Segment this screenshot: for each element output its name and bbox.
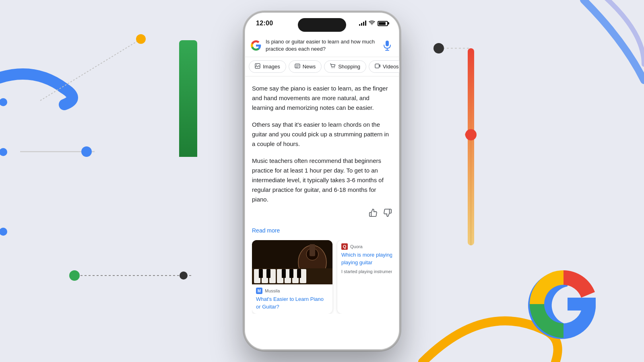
card-1-title: What's Easier to Learn Piano or Guitar? bbox=[256, 296, 328, 310]
svg-point-21 bbox=[256, 65, 257, 66]
shopping-tab-label: Shopping bbox=[338, 64, 360, 70]
card-1-source: M Mussila bbox=[256, 288, 328, 294]
thumbs-down-button[interactable] bbox=[383, 208, 392, 219]
videos-tab-icon bbox=[375, 63, 380, 70]
news-tab-label: News bbox=[303, 64, 316, 70]
search-query-text: Is piano or guitar easier to learn and h… bbox=[266, 38, 377, 53]
battery-icon bbox=[378, 21, 388, 26]
svg-rect-17 bbox=[386, 41, 389, 46]
card-2-source-name: Quora bbox=[350, 244, 363, 249]
answer-paragraph-3: Music teachers often recommend that begi… bbox=[252, 156, 392, 204]
images-tab-icon bbox=[255, 63, 260, 70]
images-tab-label: Images bbox=[263, 64, 280, 70]
svg-point-26 bbox=[332, 68, 332, 68]
answer-paragraph-1: Some say the piano is easier to learn, a… bbox=[252, 84, 392, 113]
svg-text:Q: Q bbox=[343, 244, 347, 249]
feedback-row bbox=[252, 208, 392, 224]
result-card-1[interactable]: M Mussila What's Easier to Learn Piano o… bbox=[252, 240, 332, 313]
svg-point-27 bbox=[334, 68, 334, 68]
tab-videos[interactable]: Videos bbox=[369, 60, 399, 73]
signal-icon bbox=[359, 21, 366, 26]
svg-point-7 bbox=[180, 272, 188, 280]
news-tab-icon bbox=[295, 63, 300, 70]
tab-shopping[interactable]: Shopping bbox=[324, 60, 366, 73]
svg-point-6 bbox=[69, 270, 80, 281]
svg-rect-44 bbox=[282, 269, 286, 278]
content-area: Some say the piano is easier to learn, a… bbox=[245, 76, 399, 335]
result-card-2[interactable]: Q Quora Which is more playing piano play… bbox=[337, 240, 392, 313]
card-2-title: Which is more playing piano playing guit… bbox=[341, 251, 392, 266]
thumbs-up-button[interactable] bbox=[369, 208, 378, 219]
result-cards: M Mussila What's Easier to Learn Piano o… bbox=[252, 240, 392, 313]
green-decoration bbox=[179, 40, 197, 157]
tab-images[interactable]: Images bbox=[249, 60, 286, 73]
svg-rect-46 bbox=[297, 269, 301, 278]
filter-tabs: Images News Shopping bbox=[245, 57, 399, 76]
google-logo-icon bbox=[250, 40, 262, 51]
phone-mockup: 12:00 bbox=[244, 11, 400, 351]
read-more-link[interactable]: Read more bbox=[252, 224, 392, 240]
svg-rect-15 bbox=[468, 48, 474, 245]
shopping-tab-icon bbox=[330, 63, 336, 70]
card-2-body: Q Quora Which is more playing piano play… bbox=[337, 240, 392, 278]
answer-paragraph-2: Others say that it's easier to learn cho… bbox=[252, 120, 392, 149]
status-icons bbox=[359, 21, 388, 27]
ai-answer: Some say the piano is easier to learn, a… bbox=[252, 84, 392, 204]
videos-tab-label: Videos bbox=[383, 64, 399, 70]
svg-rect-42 bbox=[259, 269, 263, 278]
card-2-snippet: I started playing instruments th... bbox=[341, 269, 392, 275]
card-1-image bbox=[252, 240, 332, 284]
svg-point-2 bbox=[136, 34, 146, 44]
mic-button[interactable] bbox=[381, 39, 394, 52]
quora-icon: Q bbox=[341, 243, 348, 250]
dynamic-island bbox=[298, 18, 346, 32]
phone-content: Is piano or guitar easier to learn and h… bbox=[245, 34, 399, 350]
wifi-icon bbox=[369, 21, 375, 27]
card-1-body: M Mussila What's Easier to Learn Piano o… bbox=[252, 284, 332, 313]
tab-news[interactable]: News bbox=[289, 60, 322, 73]
svg-point-13 bbox=[433, 43, 444, 53]
svg-rect-28 bbox=[375, 64, 379, 68]
google-brand-logo bbox=[523, 264, 604, 346]
svg-point-4 bbox=[81, 146, 92, 157]
search-bar[interactable]: Is piano or guitar easier to learn and h… bbox=[245, 34, 399, 57]
svg-rect-33 bbox=[310, 244, 315, 256]
mussila-icon: M bbox=[256, 288, 262, 294]
phone-screen: 12:00 bbox=[244, 11, 400, 351]
svg-text:M: M bbox=[258, 289, 261, 293]
svg-rect-45 bbox=[289, 269, 293, 278]
svg-point-16 bbox=[465, 129, 477, 140]
status-time: 12:00 bbox=[256, 20, 273, 27]
svg-rect-43 bbox=[266, 269, 270, 278]
mic-icon bbox=[383, 40, 391, 51]
card-2-source: Q Quora bbox=[341, 243, 392, 250]
card-1-source-name: Mussila bbox=[265, 288, 280, 293]
